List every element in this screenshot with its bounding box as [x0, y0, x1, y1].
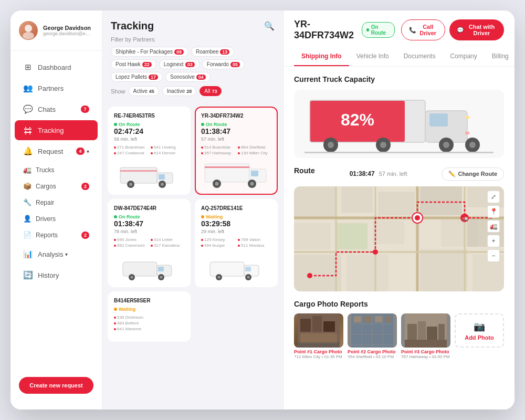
search-icon[interactable]: 🔍	[264, 21, 275, 31]
svg-rect-9	[120, 170, 157, 172]
sidebar-item-label: Chats	[38, 106, 56, 113]
sidebar-sub-repair[interactable]: 🔧 Repair	[15, 195, 98, 211]
filter-chip-lopez[interactable]: Lopez Pallets 17	[111, 72, 163, 82]
truck-details-4: 125 Kinsey 494 Ikuspe 789 Valion 511 Mor…	[201, 237, 271, 249]
svg-point-8	[161, 183, 164, 186]
cargo-photo-2[interactable]: Point #2 Cargo Photo 854 Sheffield • 02:…	[348, 313, 397, 359]
filter-chip-shiphike[interactable]: Shiphike - For Packages 09	[111, 47, 188, 57]
truck-image-3	[114, 252, 184, 281]
svg-point-0	[25, 25, 32, 32]
svg-rect-79	[323, 321, 335, 332]
map-zoom-in-btn[interactable]: +	[487, 235, 500, 247]
tab-vehicle-info[interactable]: Vehicle Info	[349, 47, 396, 66]
cargo-photo-1[interactable]: Point #1 Cargo Photo 712 Miles City • 01…	[294, 313, 343, 359]
truck-card-5[interactable]: B414ER58SER Waiting 536 Dickinson 484 Be…	[108, 291, 191, 342]
sidebar-item-label: Partners	[38, 85, 64, 92]
filter-chip-posthawk[interactable]: Post Hawk 22	[111, 59, 156, 69]
add-photo-card[interactable]: 📷 Add Photo	[455, 313, 504, 359]
tab-billing[interactable]: Billing	[485, 47, 514, 66]
tab-shipping-info[interactable]: Shipping Info	[294, 47, 349, 66]
sidebar-item-history[interactable]: 🔄 History	[15, 265, 98, 285]
svg-rect-27	[245, 267, 251, 271]
cargo-photo-3[interactable]: Point #3 Cargo Photo 357 Hathaway • 02:4…	[401, 313, 450, 359]
truck-image-1	[114, 160, 184, 188]
svg-point-6	[129, 183, 132, 186]
tracking-panel: Tracking 🔍 Filter by Partners Shiphike -…	[102, 10, 284, 410]
user-name: George Davidson	[43, 25, 93, 31]
map-location-btn[interactable]: 📍	[487, 205, 500, 218]
svg-rect-51	[378, 192, 415, 215]
cargos-badge: 2	[81, 183, 89, 190]
tab-company[interactable]: Company	[443, 47, 484, 66]
sidebar-item-analysis[interactable]: 📊 Analysis ▾	[15, 244, 98, 264]
truck-time-2: 01:38:47	[201, 127, 271, 135]
cargos-icon: 📦	[23, 182, 32, 191]
map-container: 🚛 ⤢ 📍 🚛 + −	[294, 186, 504, 291]
svg-rect-99	[405, 340, 447, 348]
filter-chip-sonosolve[interactable]: Sonosolve 04	[165, 72, 211, 82]
svg-point-16	[250, 182, 254, 186]
chats-icon: 💬	[23, 104, 33, 114]
sidebar-sub-cargos[interactable]: 📦 Cargos 2	[15, 178, 98, 194]
svg-rect-49	[294, 186, 336, 218]
sidebar-item-tracking[interactable]: Tracking	[15, 120, 98, 140]
truck-details-5: 536 Dickinson 484 Belford 641 Maseme	[114, 315, 184, 332]
cargo-photo-label-3: Point #3 Cargo Photo	[401, 349, 450, 354]
sidebar-sub-drivers[interactable]: 👤 Drivers	[15, 211, 98, 227]
change-route-button[interactable]: ✏️ Change Route	[442, 167, 504, 181]
filter-label: Filter by Partners	[111, 36, 275, 43]
truck-time-left-4: 29 min. left	[201, 229, 271, 234]
sidebar-item-label: Tracking	[38, 127, 64, 134]
analysis-icon: 📊	[23, 249, 33, 259]
request-badge: 4	[76, 148, 85, 155]
analysis-expand-icon: ▾	[65, 251, 68, 257]
call-driver-button[interactable]: 📞 Call Driver	[401, 19, 445, 40]
route-time-left: 57 min. left	[379, 171, 407, 177]
show-inactive-btn[interactable]: Inactive 28	[162, 86, 196, 96]
show-active-btn[interactable]: Active 45	[129, 86, 159, 96]
chat-driver-button[interactable]: 💬 Chat with Driver	[449, 19, 504, 40]
sidebar-item-request[interactable]: 🔔 Request 4 ▾	[15, 141, 98, 161]
add-photo-icon: 📷	[474, 321, 485, 332]
sidebar-item-label: Dashboard	[38, 64, 71, 71]
svg-rect-95	[407, 324, 417, 340]
svg-rect-91	[364, 316, 372, 322]
tracking-list: RE-74ER453TR5 On Route 02:47:24 58 min. …	[102, 101, 283, 410]
cargo-photo-img-3	[401, 313, 450, 348]
request-expand-icon: ▾	[87, 149, 89, 154]
tracking-icon	[23, 125, 33, 135]
sidebar-item-dashboard[interactable]: ⊞ Dashboard	[15, 57, 98, 77]
user-profile[interactable]: George Davidson george.davidson@email.co…	[10, 21, 102, 51]
detail-status-dot	[366, 28, 369, 32]
filter-chip-roambee[interactable]: Roambee 13	[191, 47, 234, 57]
svg-rect-97	[427, 327, 437, 340]
show-row: Show Active 45 Inactive 28 All 73	[111, 86, 275, 96]
truck-card-2[interactable]: YR-34DFR734W2 On Route 01:38:47 57 min. …	[195, 107, 278, 195]
cargo-photos: Point #1 Cargo Photo 712 Miles City • 01…	[294, 313, 504, 359]
sidebar-sub-reports[interactable]: 📄 Reports 2	[15, 227, 98, 243]
svg-rect-17	[205, 166, 249, 168]
sidebar-item-chats[interactable]: 💬 Chats 7	[15, 99, 98, 119]
svg-rect-25	[210, 262, 244, 276]
create-request-button[interactable]: Create new request	[19, 377, 93, 394]
truck-card-1[interactable]: RE-74ER453TR5 On Route 02:47:24 58 min. …	[108, 107, 191, 195]
svg-point-73	[415, 215, 420, 220]
truck-card-4[interactable]: AQ-257DRE141E Waiting 03:29:58 29 min. l…	[195, 199, 278, 287]
map-zoom-out-btn[interactable]: −	[487, 249, 500, 262]
filter-chip-forwardo[interactable]: Forwardo 05	[202, 59, 245, 69]
detail-actions: 📞 Call Driver 💬 Chat with Driver	[401, 19, 505, 40]
map-expand-btn[interactable]: ⤢	[487, 191, 500, 203]
truck-card-3[interactable]: DW-847DE74E4R On Route 01:38:47 78 min. …	[108, 199, 191, 287]
filter-chip-loginext[interactable]: Loginext 03	[159, 59, 200, 69]
tab-documents[interactable]: Documents	[396, 47, 443, 66]
add-photo-area[interactable]: 📷 Add Photo	[455, 313, 504, 348]
detail-tabs: Shipping Info Vehicle Info Documents Com…	[294, 47, 504, 66]
sidebar-sub-trucks[interactable]: 🚛 Trucks	[15, 162, 98, 178]
sidebar-item-partners[interactable]: 👥 Partners	[15, 78, 98, 98]
map-truck-btn[interactable]: 🚛	[487, 220, 500, 233]
request-icon: 🔔	[23, 146, 33, 156]
truck-image-2	[201, 160, 271, 188]
show-all-btn[interactable]: All 73	[200, 86, 222, 96]
drivers-icon: 👤	[23, 215, 32, 223]
svg-point-1	[23, 32, 34, 39]
